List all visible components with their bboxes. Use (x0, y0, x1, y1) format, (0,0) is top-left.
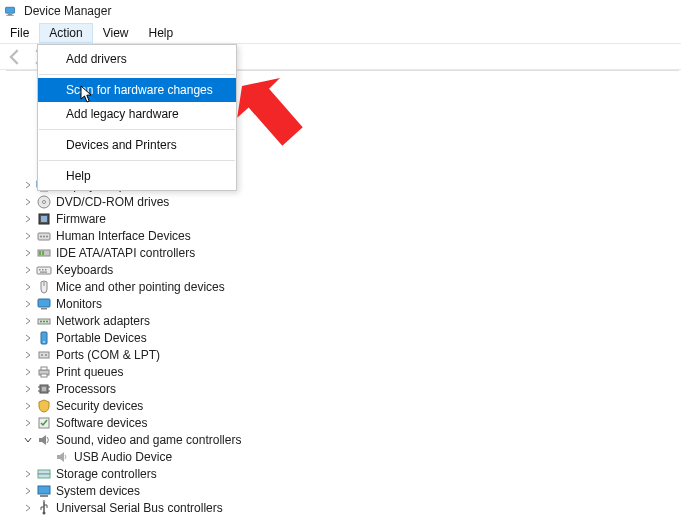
tree-node-label: Network adapters (56, 314, 150, 328)
chevron-right-icon[interactable] (22, 485, 34, 497)
security-icon (36, 398, 52, 414)
svg-point-12 (43, 235, 45, 237)
tree-node-label: Firmware (56, 212, 106, 226)
window-title: Device Manager (24, 4, 111, 18)
dropdown-item-devices-and-printers[interactable]: Devices and Printers (38, 133, 236, 157)
chevron-right-icon[interactable] (22, 349, 34, 361)
svg-rect-1 (8, 14, 13, 15)
keyboard-icon (36, 262, 52, 278)
chevron-right-icon[interactable] (22, 383, 34, 395)
ide-icon (36, 245, 52, 261)
firmware-icon (36, 211, 52, 227)
toolbar-back-button[interactable] (4, 46, 26, 68)
tree-node[interactable]: Firmware (18, 210, 679, 227)
tree-node[interactable]: DVD/CD-ROM drives (18, 193, 679, 210)
storage-icon (36, 466, 52, 482)
svg-rect-21 (40, 271, 47, 272)
svg-point-27 (43, 320, 45, 322)
svg-rect-24 (41, 308, 47, 310)
svg-rect-16 (42, 251, 44, 255)
chevron-right-icon[interactable] (22, 281, 34, 293)
tree-node[interactable]: Mice and other pointing devices (18, 278, 679, 295)
tree-node[interactable]: Portable Devices (18, 329, 679, 346)
tree-node-label: Mice and other pointing devices (56, 280, 225, 294)
chevron-right-icon[interactable] (22, 366, 34, 378)
tree-node[interactable]: Keyboards (18, 261, 679, 278)
dropdown-item-add-drivers[interactable]: Add drivers (38, 47, 236, 71)
tree-child-node[interactable]: USB Audio Device (36, 448, 679, 465)
dropdown-separator (39, 129, 235, 130)
svg-point-32 (41, 354, 43, 356)
tree-node[interactable]: Processors (18, 380, 679, 397)
svg-point-48 (43, 511, 46, 514)
svg-point-33 (45, 354, 47, 356)
chevron-down-icon[interactable] (22, 434, 34, 446)
dropdown-separator (39, 160, 235, 161)
chevron-right-icon[interactable] (22, 332, 34, 344)
chevron-right-icon[interactable] (22, 213, 34, 225)
svg-rect-9 (41, 216, 47, 222)
software-icon (36, 415, 52, 431)
tree-node-label: Keyboards (56, 263, 113, 277)
chevron-right-icon[interactable] (22, 417, 34, 429)
tree-node[interactable]: Storage controllers (18, 465, 679, 482)
svg-rect-18 (39, 269, 41, 271)
chevron-right-icon[interactable] (22, 179, 34, 191)
menu-file[interactable]: File (0, 23, 39, 43)
tree-node[interactable]: Human Interface Devices (18, 227, 679, 244)
svg-rect-47 (40, 495, 48, 497)
menu-view[interactable]: View (93, 23, 139, 43)
tree-node[interactable]: Ports (COM & LPT) (18, 346, 679, 363)
chevron-right-icon[interactable] (22, 315, 34, 327)
svg-point-11 (40, 235, 42, 237)
svg-rect-46 (38, 486, 50, 494)
menu-action[interactable]: Action (39, 23, 92, 43)
tree-node-label: Portable Devices (56, 331, 147, 345)
leaf-spacer (40, 451, 52, 463)
svg-point-26 (40, 320, 42, 322)
tree-node[interactable]: Monitors (18, 295, 679, 312)
svg-rect-15 (39, 251, 41, 255)
dropdown-item-add-legacy-hardware[interactable]: Add legacy hardware (38, 102, 236, 126)
svg-rect-38 (42, 387, 46, 391)
svg-point-28 (46, 320, 48, 322)
tree-node[interactable]: System devices (18, 482, 679, 499)
svg-rect-20 (45, 269, 47, 271)
printer-icon (36, 364, 52, 380)
chevron-right-icon[interactable] (22, 468, 34, 480)
chevron-right-icon[interactable] (22, 247, 34, 259)
action-dropdown-menu: Add drivers Scan for hardware changes Ad… (37, 44, 237, 191)
tree-node[interactable]: IDE ATA/ATAPI controllers (18, 244, 679, 261)
chevron-right-icon[interactable] (22, 400, 34, 412)
svg-point-13 (46, 235, 48, 237)
dropdown-item-scan-for-hardware-changes[interactable]: Scan for hardware changes (38, 78, 236, 102)
titlebar: Device Manager (0, 0, 681, 22)
chevron-right-icon[interactable] (22, 230, 34, 242)
hid-icon (36, 228, 52, 244)
tree-node[interactable]: Security devices (18, 397, 679, 414)
sound-icon (36, 432, 52, 448)
dropdown-item-help[interactable]: Help (38, 164, 236, 188)
chevron-right-icon[interactable] (22, 196, 34, 208)
tree-node[interactable]: Print queues (18, 363, 679, 380)
cpu-icon (36, 381, 52, 397)
tree-node[interactable]: Software devices (18, 414, 679, 431)
menu-help[interactable]: Help (139, 23, 184, 43)
tree-node-label: IDE ATA/ATAPI controllers (56, 246, 195, 260)
tree-node[interactable]: Sound, video and game controllers (18, 431, 679, 448)
tree-node-label: Universal Serial Bus controllers (56, 501, 223, 515)
chevron-right-icon[interactable] (22, 264, 34, 276)
app-icon (4, 3, 20, 19)
tree-node[interactable]: Network adapters (18, 312, 679, 329)
tree-node-label: Storage controllers (56, 467, 157, 481)
tree-node-label: USB Audio Device (74, 450, 172, 464)
tree-node-label: Monitors (56, 297, 102, 311)
dropdown-separator (39, 74, 235, 75)
tree-node[interactable]: Universal Serial Bus controllers (18, 499, 679, 516)
chevron-right-icon[interactable] (22, 502, 34, 514)
portable-icon (36, 330, 52, 346)
port-icon (36, 347, 52, 363)
speaker-icon (54, 449, 70, 465)
chevron-right-icon[interactable] (22, 298, 34, 310)
svg-rect-44 (38, 470, 50, 474)
